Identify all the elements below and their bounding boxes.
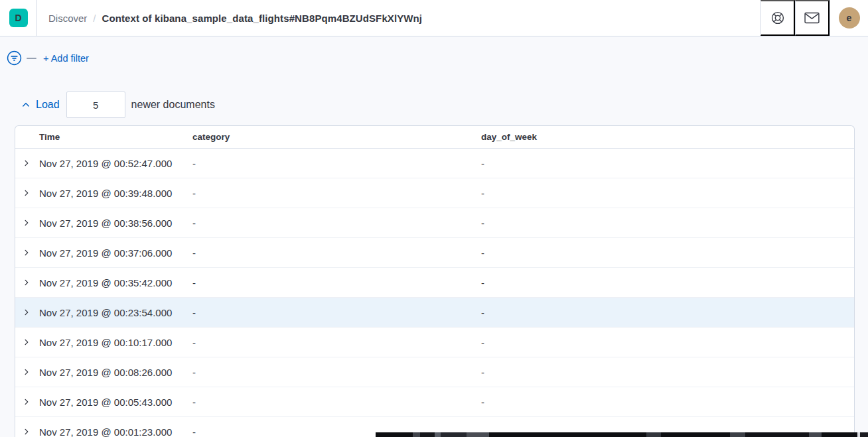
cell-time: Nov 27, 2019 @ 00:10:17.000 [34, 337, 187, 348]
chevron-right-icon [23, 189, 31, 197]
cell-category: - [187, 188, 476, 199]
breadcrumb-discover[interactable]: Discover [48, 13, 87, 24]
expand-row-button[interactable] [15, 268, 34, 297]
user-menu[interactable]: e [830, 0, 868, 36]
column-header-time: Time [34, 132, 187, 142]
expand-row-button[interactable] [15, 238, 34, 267]
table-row: Nov 27, 2019 @ 00:37:06.000 - - [15, 238, 854, 268]
cell-day-of-week: - [476, 188, 854, 199]
table-row: Nov 27, 2019 @ 00:52:47.000 - - [15, 149, 854, 178]
chevron-right-icon [23, 159, 31, 167]
filter-bar: + Add filter [0, 36, 868, 66]
cell-category: - [187, 337, 476, 348]
cell-category: - [187, 397, 476, 408]
feedback-button[interactable] [795, 0, 830, 36]
chevron-right-icon [23, 428, 31, 436]
chevron-up-icon [21, 100, 31, 109]
chevron-right-icon [23, 219, 31, 227]
cell-time: Nov 27, 2019 @ 00:05:43.000 [34, 397, 187, 408]
header-actions: e [760, 0, 868, 36]
cell-time: Nov 27, 2019 @ 00:35:42.000 [34, 277, 187, 288]
load-newer-bar: Load newer documents [21, 92, 868, 118]
breadcrumb: Discover / Context of kibana_sample_data… [37, 0, 422, 36]
expand-row-button[interactable] [15, 178, 34, 208]
cell-day-of-week: - [476, 367, 854, 378]
cell-time: Nov 27, 2019 @ 00:37:06.000 [34, 247, 187, 259]
filter-placeholder-dash [27, 58, 36, 59]
table-row: Nov 27, 2019 @ 00:39:48.000 - - [15, 178, 854, 208]
cell-day-of-week: - [476, 247, 854, 259]
newer-documents-label: newer documents [131, 99, 215, 111]
cell-day-of-week: - [476, 307, 854, 318]
column-header-day-of-week: day_of_week [476, 132, 854, 142]
chevron-right-icon [23, 249, 31, 257]
help-button[interactable] [760, 0, 795, 36]
table-header-row: Time category day_of_week [15, 126, 854, 149]
mail-icon [804, 12, 820, 24]
column-header-category: category [187, 132, 476, 142]
filter-in-circle-icon [7, 50, 22, 66]
table-row: Nov 27, 2019 @ 00:08:26.000 - - [15, 357, 854, 387]
add-filter-button[interactable]: + Add filter [43, 53, 89, 64]
cell-category: - [187, 158, 476, 169]
page-title: Context of kibana_sample_data_flights#NB… [102, 13, 423, 24]
table-row: Nov 27, 2019 @ 00:38:56.000 - - [15, 208, 854, 238]
cell-category: - [187, 367, 476, 378]
cell-day-of-week: - [476, 218, 854, 229]
expand-row-button[interactable] [15, 149, 34, 178]
expand-row-button[interactable] [15, 357, 34, 387]
cell-time: Nov 27, 2019 @ 00:23:54.000 [34, 307, 187, 318]
load-newer-button[interactable]: Load [21, 99, 60, 111]
filter-options-button[interactable] [7, 50, 22, 66]
table-row: Nov 27, 2019 @ 00:35:42.000 - - [15, 268, 854, 298]
cell-day-of-week: - [476, 158, 854, 169]
chevron-right-icon [23, 338, 31, 346]
cell-category: - [187, 218, 476, 229]
chevron-right-icon [23, 279, 31, 286]
logo-section: D [0, 0, 37, 36]
table-row-anchor: Nov 27, 2019 @ 00:23:54.000 - - [15, 298, 854, 328]
table-row: Nov 27, 2019 @ 00:10:17.000 - - [15, 328, 854, 357]
discover-app-logo[interactable]: D [9, 9, 28, 27]
load-label: Load [36, 99, 60, 111]
cell-time: Nov 27, 2019 @ 00:52:47.000 [34, 158, 187, 169]
help-life-ring-icon [770, 11, 785, 25]
breadcrumb-separator: / [93, 13, 96, 24]
app-header: D Discover / Context of kibana_sample_da… [0, 0, 868, 36]
cell-time: Nov 27, 2019 @ 00:39:48.000 [34, 188, 187, 199]
background-window-sliver [376, 432, 868, 437]
expand-row-button[interactable] [15, 298, 34, 327]
cell-day-of-week: - [476, 337, 854, 348]
chevron-right-icon [23, 308, 31, 316]
chevron-right-icon [23, 398, 31, 406]
avatar: e [839, 7, 860, 29]
cell-time: Nov 27, 2019 @ 00:08:26.000 [34, 367, 187, 378]
context-documents-table: Time category day_of_week Nov 27, 2019 @… [15, 125, 855, 437]
newer-documents-count-input[interactable] [66, 92, 125, 118]
expand-row-button[interactable] [15, 417, 34, 437]
cell-day-of-week: - [476, 277, 854, 288]
cell-time: Nov 27, 2019 @ 00:01:23.000 [34, 426, 187, 437]
cell-category: - [187, 277, 476, 288]
expand-row-button[interactable] [15, 208, 34, 237]
expand-row-button[interactable] [15, 387, 34, 416]
expand-row-button[interactable] [15, 328, 34, 357]
table-row: Nov 27, 2019 @ 00:05:43.000 - - [15, 387, 854, 417]
cell-time: Nov 27, 2019 @ 00:38:56.000 [34, 218, 187, 229]
cell-category: - [187, 307, 476, 318]
cell-day-of-week: - [476, 397, 854, 408]
cell-category: - [187, 247, 476, 259]
chevron-right-icon [23, 368, 31, 376]
